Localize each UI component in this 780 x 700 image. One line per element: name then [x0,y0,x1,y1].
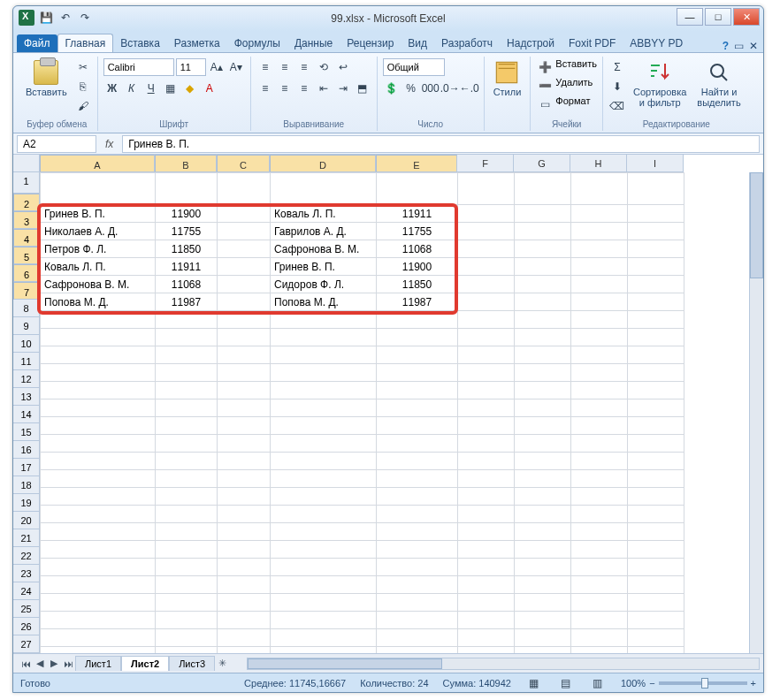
row-header-13[interactable]: 13 [13,388,40,406]
cell-I22[interactable] [628,559,684,576]
cell-C16[interactable] [218,453,271,470]
row-header-18[interactable]: 18 [13,476,40,494]
cell-E8[interactable] [377,311,458,329]
new-sheet-icon[interactable]: ✳ [215,657,229,671]
row-header-24[interactable]: 24 [13,582,40,600]
increase-decimal-icon[interactable]: .0→ [441,80,459,97]
cell-I19[interactable] [628,506,684,523]
cell-A5[interactable]: Коваль Л. П. [41,258,156,276]
cell-G24[interactable] [515,594,571,612]
row-header-4[interactable]: 4 [13,229,40,247]
cell-D23[interactable] [271,576,377,594]
cell-C21[interactable] [218,541,271,559]
vertical-scrollbar[interactable] [749,172,763,653]
row-header-12[interactable]: 12 [13,370,40,388]
cell-B24[interactable] [156,594,218,612]
cell-G25[interactable] [515,612,571,629]
cell-D5[interactable]: Гринев В. П. [271,258,377,276]
cell-H15[interactable] [571,435,628,453]
cell-B13[interactable] [156,399,218,417]
cell-F17[interactable] [458,470,515,488]
cell-H3[interactable] [571,223,628,240]
comma-icon[interactable]: 000 [422,80,440,97]
cell-H7[interactable] [571,293,628,311]
cell-I14[interactable] [628,417,684,435]
cell-B9[interactable] [156,329,218,346]
row-header-10[interactable]: 10 [13,335,40,353]
cell-D4[interactable]: Сафронова В. М. [271,240,377,258]
cell-D16[interactable] [271,453,377,470]
cell-E9[interactable] [377,329,458,346]
cell-I15[interactable] [628,435,684,453]
cell-I25[interactable] [628,612,684,629]
cell-C15[interactable] [218,435,271,453]
align-center-icon[interactable]: ≡ [276,80,294,97]
row-header-3[interactable]: 3 [13,211,40,229]
cell-F6[interactable] [458,276,515,293]
cell-I7[interactable] [628,293,684,311]
cell-D6[interactable]: Сидоров Ф. Л. [271,276,377,293]
wrap-text-icon[interactable]: ↩ [334,58,352,76]
format-cells-icon[interactable]: ▭ [536,95,554,113]
cell-C25[interactable] [218,612,271,629]
cell-E2[interactable]: 11911 [377,205,458,223]
select-all-corner[interactable] [13,155,40,172]
tab-developer[interactable]: Разработч [434,34,500,52]
tab-formulas[interactable]: Формулы [227,34,287,52]
cell-G1[interactable] [515,173,571,205]
cell-C3[interactable] [218,223,271,240]
zoom-in-icon[interactable]: + [751,678,756,689]
cell-D2[interactable]: Коваль Л. П. [271,205,377,223]
decrease-indent-icon[interactable]: ⇤ [315,80,333,97]
cell-F27[interactable] [458,647,515,654]
cell-C22[interactable] [218,559,271,576]
cell-G17[interactable] [515,470,571,488]
cell-G5[interactable] [515,258,571,276]
cell-C19[interactable] [218,506,271,523]
cell-F19[interactable] [458,506,515,523]
cell-E13[interactable] [377,399,458,417]
cell-A11[interactable] [41,364,156,382]
cell-G12[interactable] [515,382,571,399]
cell-C5[interactable] [218,258,271,276]
zoom-thumb[interactable] [701,678,708,689]
redo-icon[interactable]: ↷ [77,10,93,26]
cell-D15[interactable] [271,435,377,453]
sheet-nav-next-icon[interactable]: ▶ [47,657,61,671]
formula-input[interactable] [122,135,760,153]
styles-button[interactable]: Стили [490,58,525,99]
row-header-16[interactable]: 16 [13,441,40,459]
row-header-22[interactable]: 22 [13,547,40,565]
cell-F9[interactable] [458,329,515,346]
cell-E27[interactable] [377,647,458,654]
cell-B21[interactable] [156,541,218,559]
cell-D17[interactable] [271,470,377,488]
cell-H2[interactable] [571,205,628,223]
cell-C8[interactable] [218,311,271,329]
cell-B16[interactable] [156,453,218,470]
cell-G14[interactable] [515,417,571,435]
cell-I8[interactable] [628,311,684,329]
cell-D21[interactable] [271,541,377,559]
cell-D11[interactable] [271,364,377,382]
cell-H20[interactable] [571,523,628,541]
cell-F24[interactable] [458,594,515,612]
cell-H6[interactable] [571,276,628,293]
cell-E20[interactable] [377,523,458,541]
cell-C13[interactable] [218,399,271,417]
tab-abbyy[interactable]: ABBYY PD [623,34,690,52]
cell-A18[interactable] [41,488,156,506]
cell-B3[interactable]: 11755 [156,223,218,240]
cell-F26[interactable] [458,629,515,647]
cell-F16[interactable] [458,453,515,470]
cell-H17[interactable] [571,470,628,488]
row-header-15[interactable]: 15 [13,423,40,441]
cell-A22[interactable] [41,559,156,576]
row-header-21[interactable]: 21 [13,529,40,547]
cell-C24[interactable] [218,594,271,612]
cell-E11[interactable] [377,364,458,382]
col-header-I[interactable]: I [627,155,684,172]
view-normal-icon[interactable]: ▦ [525,674,543,692]
cell-I18[interactable] [628,488,684,506]
cell-G10[interactable] [515,346,571,364]
